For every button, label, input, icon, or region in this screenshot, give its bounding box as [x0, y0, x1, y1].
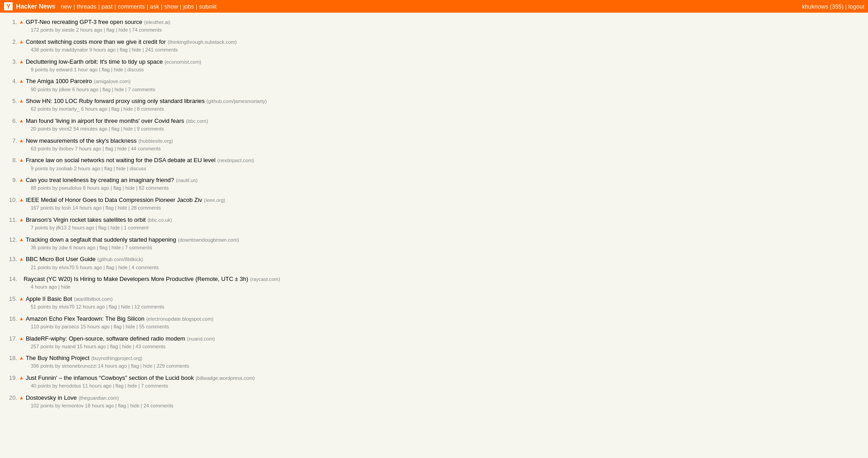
- story-title-link[interactable]: Branson's Virgin rocket takes satellites…: [26, 216, 146, 223]
- story-title-link[interactable]: New measurements of the sky's blackness: [26, 137, 137, 144]
- story-item: 6.▲Man found 'living in airport for thre…: [0, 115, 868, 135]
- upvote-arrow[interactable]: ▲: [19, 38, 24, 46]
- story-item: 14. Raycast (YC W20) Is Hiring to Make D…: [0, 273, 868, 293]
- story-item: 16.▲Amazon Echo Flex Teardown: The Big S…: [0, 313, 868, 333]
- upvote-arrow[interactable]: ▲: [19, 295, 24, 303]
- story-title-area: Dostoevsky in Love(theguardian.com): [26, 394, 864, 402]
- story-row: 4.▲The Amiga 1000 Parceiro(amigalove.com…: [0, 76, 868, 85]
- story-row: 3.▲Decluttering low-Earth orbit: It's ti…: [0, 57, 868, 66]
- story-domain: (ieee.org): [204, 197, 225, 203]
- story-title-area: Just Funnin' – the infamous “Cowboys” se…: [26, 374, 864, 382]
- main-nav: new | threads | past | comments | ask | …: [61, 3, 217, 10]
- nav-jobs[interactable]: jobs: [183, 3, 194, 10]
- story-domain: (nuand.com): [187, 336, 215, 341]
- story-title-link[interactable]: Can you treat loneliness by creating an …: [26, 177, 174, 183]
- logout-link[interactable]: logout: [849, 3, 864, 10]
- nav-threads[interactable]: threads: [77, 3, 96, 10]
- story-title-link[interactable]: Context switching costs more than we giv…: [26, 38, 166, 45]
- story-domain: (bbc.co.uk): [147, 217, 172, 223]
- story-domain: (raycast.com): [250, 276, 280, 282]
- story-number: 3.: [4, 58, 17, 66]
- story-meta: 36 points by zdw 6 hours ago | flag | hi…: [0, 244, 868, 254]
- upvote-arrow[interactable]: ▲: [19, 18, 24, 26]
- story-title-link[interactable]: GPT-Neo recreating GPT-3 free open sourc…: [26, 19, 142, 25]
- story-meta: 172 points by sieste 2 hours ago | flag …: [0, 26, 868, 36]
- story-meta: 21 points by elvis70 5 hours ago | flag …: [0, 264, 868, 274]
- story-item: 7.▲New measurements of the sky's blackne…: [0, 135, 868, 155]
- upvote-arrow[interactable]: ▲: [19, 315, 24, 323]
- upvote-arrow[interactable]: ▲: [19, 58, 24, 66]
- story-title-link[interactable]: Show HN: 100 LOC Ruby forward proxy usin…: [26, 98, 205, 104]
- story-title-link[interactable]: Amazon Echo Flex Teardown: The Big Silic…: [26, 315, 145, 322]
- story-domain: (buynothingproject.org): [91, 355, 142, 361]
- story-title-link[interactable]: BBC Micro Bot User Guide: [26, 256, 96, 262]
- story-number: 8.: [4, 156, 17, 164]
- story-row: 15.▲Apple II Basic Bot(atari8bitbot.com): [0, 294, 868, 303]
- story-row: 19.▲Just Funnin' – the infamous “Cowboys…: [0, 373, 868, 382]
- story-item: 19.▲Just Funnin' – the infamous “Cowboys…: [0, 372, 868, 392]
- story-title-link[interactable]: The Buy Nothing Project: [26, 355, 90, 361]
- user-info: khuknows (355) | logout: [802, 3, 864, 10]
- story-number: 13.: [4, 255, 17, 263]
- story-domain: (nautil.us): [176, 178, 198, 183]
- story-row: 10.▲IEEE Medal of Honor Goes to Data Com…: [0, 195, 868, 204]
- story-title-area: Man found 'living in airport for three m…: [26, 117, 864, 125]
- upvote-arrow[interactable]: ▲: [19, 216, 24, 224]
- karma-close: ): [842, 3, 844, 10]
- nav-new[interactable]: new: [61, 3, 72, 10]
- upvote-arrow[interactable]: ▲: [19, 97, 24, 105]
- upvote-arrow[interactable]: ▲: [19, 354, 24, 362]
- story-number: 15.: [4, 295, 17, 303]
- upvote-arrow[interactable]: ▲: [19, 335, 24, 343]
- story-title-area: Branson's Virgin rocket takes satellites…: [26, 216, 864, 224]
- karma-count[interactable]: 355: [832, 3, 842, 10]
- story-title-link[interactable]: Raycast (YC W20) Is Hiring to Make Devel…: [24, 276, 248, 282]
- site-title: Hacker News: [16, 3, 55, 10]
- story-domain: (downtowndougbrown.com): [178, 237, 239, 243]
- story-domain: (electronupdate.blogspot.com): [146, 316, 213, 322]
- story-row: 2.▲Context switching costs more than we …: [0, 37, 868, 46]
- story-title-area: Tracking down a segfault that suddenly s…: [26, 236, 864, 244]
- story-title-area: Context switching costs more than we giv…: [26, 38, 864, 46]
- story-title-link[interactable]: BladeRF-wiphy: Open-source, software def…: [26, 335, 185, 342]
- story-number: 6.: [4, 117, 17, 125]
- upvote-arrow[interactable]: ▲: [19, 394, 24, 402]
- nav-show[interactable]: show: [164, 3, 178, 10]
- story-title-area: The Buy Nothing Project(buynothingprojec…: [26, 354, 864, 362]
- story-title-link[interactable]: Just Funnin' – the infamous “Cowboys” se…: [26, 374, 194, 381]
- upvote-arrow[interactable]: ▲: [19, 196, 24, 204]
- story-row: 11.▲Branson's Virgin rocket takes satell…: [0, 215, 868, 224]
- story-item: 18.▲The Buy Nothing Project(buynothingpr…: [0, 352, 868, 372]
- story-title-link[interactable]: Man found 'living in airport for three m…: [26, 117, 184, 124]
- story-meta: 9 points by edward 1 hour ago | flag | h…: [0, 66, 868, 76]
- story-title-link[interactable]: The Amiga 1000 Parceiro: [26, 78, 92, 84]
- story-title-link[interactable]: Decluttering low-Earth orbit: It's time …: [26, 58, 163, 65]
- nav-ask[interactable]: ask: [150, 3, 159, 10]
- story-item: 2.▲Context switching costs more than we …: [0, 36, 868, 56]
- upvote-arrow[interactable]: ▲: [19, 374, 24, 382]
- story-domain: (hubblesite.org): [138, 138, 173, 144]
- story-title-link[interactable]: Apple II Basic Bot: [26, 295, 72, 302]
- nav-past[interactable]: past: [102, 3, 113, 10]
- upvote-arrow[interactable]: ▲: [19, 236, 24, 244]
- nav-submit[interactable]: submit: [199, 3, 216, 10]
- story-row: 7.▲New measurements of the sky's blackne…: [0, 136, 868, 145]
- upvote-arrow[interactable]: ▲: [19, 176, 24, 184]
- story-title-link[interactable]: IEEE Medal of Honor Goes to Data Compres…: [26, 196, 202, 203]
- story-meta: 62 points by moriarty_ 6 hours ago | fla…: [0, 105, 868, 115]
- story-row: 13.▲BBC Micro Bot User Guide(github.com/…: [0, 254, 868, 263]
- upvote-arrow[interactable]: ▲: [19, 255, 24, 263]
- upvote-arrow[interactable]: ▲: [19, 137, 24, 145]
- story-row: 17.▲BladeRF-wiphy: Open-source, software…: [0, 334, 868, 343]
- upvote-arrow[interactable]: ▲: [19, 77, 24, 85]
- nav-comments[interactable]: comments: [118, 3, 145, 10]
- story-title-link[interactable]: Dostoevsky in Love: [26, 394, 77, 401]
- story-meta: 7 points by jfk13 2 hours ago | flag | h…: [0, 224, 868, 234]
- username-link[interactable]: khuknows: [802, 3, 828, 10]
- upvote-arrow[interactable]: ▲: [19, 156, 24, 164]
- upvote-arrow[interactable]: ▲: [19, 117, 24, 125]
- story-domain: (github.com/jamesmoriarty): [207, 98, 267, 104]
- story-title-link[interactable]: Tracking down a segfault that suddenly s…: [26, 236, 176, 243]
- story-meta: 20 points by vinni2 54 minutes ago | fla…: [0, 125, 868, 135]
- story-title-link[interactable]: France law on social networks not waitin…: [26, 157, 216, 164]
